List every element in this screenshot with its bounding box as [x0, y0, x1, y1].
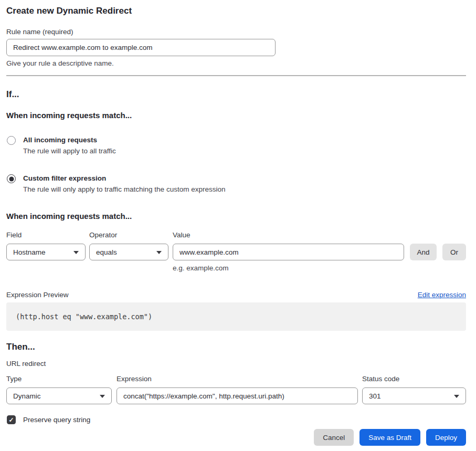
status-code-column: Status code 301 [362, 374, 466, 404]
radio-icon[interactable] [7, 136, 16, 145]
save-as-draft-button[interactable]: Save as Draft [359, 429, 420, 446]
edit-expression-link[interactable]: Edit expression [418, 291, 466, 299]
value-label: Value [173, 231, 191, 239]
value-input[interactable] [173, 244, 404, 260]
status-code-select[interactable]: 301 [362, 387, 466, 404]
filter-builder-row: Field Hostname Operator equals Value e.g… [6, 230, 466, 273]
form-actions: Cancel Save as Draft Deploy [6, 429, 466, 446]
expression-column: Expression [117, 374, 358, 404]
cancel-button[interactable]: Cancel [314, 429, 354, 446]
and-or-buttons: And Or [410, 230, 466, 273]
value-column: Value e.g. example.com [173, 230, 404, 273]
expression-preview-box: (http.host eq "www.example.com") [6, 302, 466, 331]
and-button[interactable]: And [410, 244, 437, 260]
radio-icon[interactable] [7, 174, 16, 183]
chevron-down-icon [454, 395, 459, 398]
operator-select-value: equals [96, 248, 117, 256]
field-select-value: Hostname [13, 248, 46, 256]
type-column: Type Dynamic [6, 374, 112, 404]
radio-text: All incoming requests The rule will appl… [23, 135, 116, 156]
expression-code: (http.host eq "www.example.com") [16, 312, 152, 321]
operator-column: Operator equals [89, 230, 168, 273]
url-redirect-label: URL redirect [6, 359, 466, 369]
rule-name-helper: Give your rule a descriptive name. [6, 59, 466, 68]
if-heading: If... [6, 89, 466, 100]
expression-input[interactable] [117, 387, 358, 404]
type-select[interactable]: Dynamic [6, 387, 112, 404]
or-button[interactable]: Or [442, 244, 466, 260]
radio-option-label: All incoming requests [23, 135, 116, 145]
chevron-down-icon [100, 395, 105, 398]
rule-name-section: Rule name (required) Give your rule a de… [6, 27, 466, 68]
chevron-down-icon [156, 251, 162, 254]
radio-option-description: The rule will only apply to traffic matc… [23, 185, 225, 194]
page-title: Create new Dynamic Redirect [6, 6, 466, 16]
chevron-down-icon [73, 251, 79, 254]
status-code-label: Status code [362, 375, 399, 383]
expression-preview-label: Expression Preview [6, 290, 69, 300]
field-label: Field [6, 231, 22, 239]
filter-heading: When incoming requests match... [6, 212, 466, 221]
rule-name-label: Rule name (required) [6, 28, 73, 36]
value-helper: e.g. example.com [173, 264, 404, 273]
match-heading: When incoming requests match... [6, 111, 466, 120]
checkbox-icon[interactable] [7, 415, 16, 424]
preserve-query-label: Preserve query string [23, 416, 90, 424]
section-divider [6, 75, 466, 76]
operator-select[interactable]: equals [89, 244, 168, 260]
redirect-config-row: Type Dynamic Expression Status code 301 [6, 374, 466, 404]
radio-option-label: Custom filter expression [23, 174, 225, 183]
radio-text: Custom filter expression The rule will o… [23, 174, 225, 194]
status-code-select-value: 301 [369, 392, 381, 400]
create-redirect-form: Create new Dynamic Redirect Rule name (r… [0, 0, 476, 446]
radio-option-custom-filter[interactable]: Custom filter expression The rule will o… [7, 174, 466, 194]
operator-label: Operator [89, 231, 117, 239]
deploy-button[interactable]: Deploy [426, 429, 466, 446]
preserve-query-row[interactable]: Preserve query string [7, 415, 466, 424]
then-heading: Then... [6, 342, 466, 352]
field-column: Field Hostname [6, 230, 86, 273]
radio-option-all-requests[interactable]: All incoming requests The rule will appl… [7, 135, 466, 156]
type-select-value: Dynamic [13, 392, 41, 400]
radio-option-description: The rule will apply to all traffic [23, 146, 116, 156]
expression-preview-header: Expression Preview Edit expression [6, 290, 466, 300]
field-select[interactable]: Hostname [6, 244, 86, 260]
type-label: Type [6, 375, 22, 383]
expression-label: Expression [117, 375, 152, 383]
rule-name-input[interactable] [6, 39, 276, 56]
